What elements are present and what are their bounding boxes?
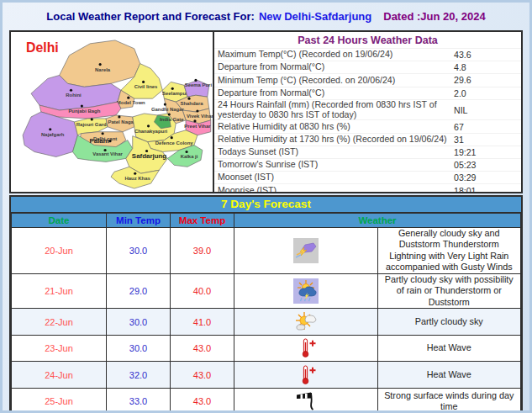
district-dot	[171, 87, 174, 90]
forecast-date-cell: 20-Jun	[12, 228, 107, 274]
weather-icon-cell	[234, 309, 378, 336]
row-label: Departure from Normal(°C)	[214, 88, 454, 98]
row-label: Minimum Temp (°C) (Recorded. on 20/06/24…	[214, 76, 454, 86]
district-dot	[81, 104, 83, 107]
row-value: 29.6	[454, 75, 521, 85]
forecast-title: 7 Day's Forecast	[11, 197, 521, 213]
past-24h-panel: Past 24 Hours Weather Data Maximum Temp(…	[213, 30, 523, 193]
district-label: Narela	[95, 67, 111, 72]
forecast-date-cell: 25-Jun	[12, 388, 107, 413]
max-temp-cell: 43.0	[171, 362, 234, 389]
district-dot	[91, 118, 93, 120]
forecast-row: 21-Jun29.040.0Partly cloudy sky with pos…	[12, 273, 521, 308]
heat-wave-icon	[293, 363, 319, 388]
district-dot	[147, 124, 150, 127]
table-row: 24 Hours Rainfall (mm) (Recorded from 08…	[214, 99, 521, 120]
column-header-min-temp: Min Temp	[107, 214, 171, 228]
district-label: Model Town	[117, 100, 145, 105]
report-title: Local Weather Report and Forecast For:	[46, 10, 255, 23]
district-dot	[171, 136, 173, 139]
weather-desc-cell: Heat Wave	[377, 335, 521, 362]
partly-cloudy-icon	[293, 310, 319, 335]
district-dot	[118, 115, 120, 118]
min-temp-cell: 32.0	[107, 362, 171, 389]
heat-wave-icon	[293, 336, 319, 361]
table-row: Minimum Temp (°C) (Recorded. on 20/06/24…	[214, 73, 521, 86]
forecast-date-cell: 22-Jun	[12, 309, 107, 336]
max-temp-cell: 39.0	[171, 228, 234, 274]
weather-icon-cell	[234, 362, 378, 389]
district-label: Civil lines	[134, 84, 158, 89]
district-label: Shahdara	[180, 101, 203, 106]
district-dot	[187, 98, 190, 100]
weather-desc-cell: Strong surface winds during day time	[377, 388, 521, 413]
forecast-date-cell: 23-Jun	[12, 335, 107, 362]
table-row: Relative Humidity at 0830 hrs (%)67	[214, 119, 521, 132]
row-label: Relative Humidity at 0830 hrs (%)	[214, 122, 454, 132]
row-label: 24 Hours Rainfall (mm) (Recorded from 08…	[214, 100, 454, 120]
row-value: 4.8	[454, 62, 521, 72]
forecast-date-cell: 24-Jun	[12, 362, 107, 389]
table-row: Maximum Temp(°C) (Recorded on 19/06/24)4…	[214, 48, 521, 61]
forecast-date-cell: 21-Jun	[12, 273, 107, 308]
table-row: Departure from Normal(°C)2.0	[214, 87, 521, 99]
min-temp-cell: 30.0	[107, 309, 171, 336]
forecast-header-row: Date Min Temp Max Temp Weather	[12, 214, 521, 228]
district-label: Gandhi Nagar	[151, 107, 185, 112]
map-title: Delhi	[26, 40, 59, 55]
delhi-map: Delhi NarelaRohiniCivil linesModel TownS…	[11, 32, 213, 192]
forecast-table: Date Min Temp Max Temp Weather 20-Jun30.…	[11, 213, 521, 413]
top-row: Delhi NarelaRohiniCivil linesModel TownS…	[9, 30, 523, 193]
min-temp-cell: 30.0	[107, 335, 171, 362]
weather-icon-cell	[234, 335, 378, 362]
table-row: Moonset (IST)03:29	[214, 171, 521, 183]
row-value: NIL	[454, 105, 521, 115]
district-label: Vasant Vihar	[92, 151, 123, 156]
row-value: 03:29	[454, 172, 521, 183]
weather-icon-cell	[234, 228, 378, 274]
max-temp-cell: 43.0	[171, 388, 234, 413]
report-date: Dated :Jun 20, 2024	[383, 10, 485, 23]
district-dot	[142, 81, 145, 83]
column-header-max-temp: Max Temp	[171, 214, 234, 228]
district-dot	[134, 172, 136, 175]
row-value: 19:21	[454, 147, 521, 157]
row-label: Maximum Temp(°C) (Recorded on 19/06/24)	[214, 50, 454, 60]
table-row: Departure from Normal(°C)4.8	[214, 61, 521, 73]
forecast-row: 23-Jun30.043.0Heat Wave	[12, 335, 521, 362]
min-temp-cell: 30.0	[107, 228, 171, 274]
duststorm-thunderstorm-icon	[293, 238, 319, 263]
district-label: India Gate	[160, 117, 184, 122]
district-label: Kalka ji	[181, 154, 198, 159]
district-label: Defence Colony	[155, 140, 193, 146]
district-label: Najafgarh	[41, 132, 65, 137]
district-label: Safdarjung	[132, 152, 166, 160]
delhi-map-panel: Delhi NarelaRohiniCivil linesModel TownS…	[9, 30, 214, 193]
district-dot	[127, 97, 129, 99]
district-dot	[194, 79, 197, 82]
district-label: Hauz Khas	[125, 176, 151, 181]
district-label: Palam	[90, 137, 109, 145]
station-name[interactable]: New Delhi-Safdarjung	[259, 10, 371, 23]
forecast-tbody: 20-Jun30.039.0Generally cloudy sky and D…	[12, 228, 521, 413]
district-dot	[102, 132, 104, 135]
weather-desc-cell: Heat Wave	[377, 362, 521, 389]
district-label: Vivek Vihar	[187, 114, 213, 119]
table-row: Tomorrow's Sunrise (IST)05:23	[214, 158, 521, 171]
row-label: Tomorrow's Sunrise (IST)	[214, 160, 454, 170]
forecast-row: 22-Jun30.041.0Partly cloudy sky	[12, 309, 521, 336]
weather-desc-cell: Partly cloudy sky	[377, 309, 521, 336]
row-value: 18:01	[454, 186, 521, 194]
forecast-row: 25-Jun33.043.0Strong surface winds durin…	[12, 388, 521, 413]
row-value: 31	[454, 135, 521, 145]
table-row: Moonrise (IST)18:01	[214, 183, 521, 193]
max-temp-cell: 43.0	[171, 335, 234, 362]
weather-icon-cell	[234, 388, 378, 413]
max-temp-cell: 41.0	[171, 309, 234, 336]
district-dot	[99, 63, 102, 66]
district-label: Punjabi Bagh	[68, 109, 100, 114]
past-24h-title: Past 24 Hours Weather Data	[214, 32, 521, 48]
district-label: Seelampur	[162, 91, 188, 96]
row-value: 2.0	[454, 88, 521, 98]
row-value: 67	[454, 122, 521, 132]
